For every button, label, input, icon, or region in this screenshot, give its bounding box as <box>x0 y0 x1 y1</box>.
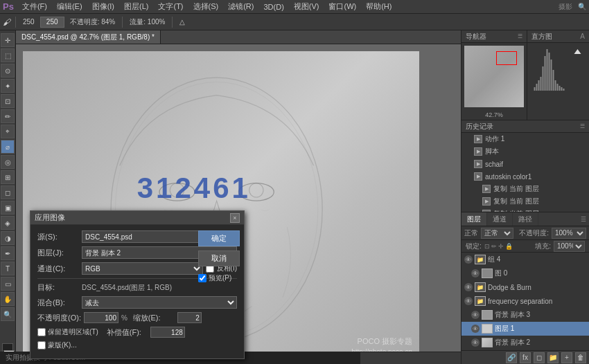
preserve-checkbox[interactable] <box>37 328 46 336</box>
layers-panel-menu[interactable]: ☰ <box>578 216 589 223</box>
lock-transparent-icon[interactable]: ⊡ <box>484 243 490 250</box>
menu-item-select[interactable]: 选择(S) <box>189 0 223 13</box>
opacity-input[interactable] <box>84 312 118 323</box>
lock-image-icon[interactable]: ✏ <box>491 243 497 250</box>
svg-rect-19 <box>561 87 563 91</box>
menu-item-view[interactable]: 视图(V) <box>290 0 324 13</box>
channel-select[interactable]: RGB <box>82 262 203 275</box>
lock-position-icon[interactable]: ✛ <box>498 243 504 250</box>
navigator-thumbnail[interactable] <box>464 46 524 107</box>
select-tool[interactable]: ⬚ <box>1 48 15 62</box>
menu-item-layer[interactable]: 图层(L) <box>120 0 152 13</box>
shape-tool[interactable]: ▭ <box>1 277 15 291</box>
mask-checkbox[interactable] <box>37 341 46 349</box>
layer-item[interactable]: 👁图 0 <box>461 266 589 280</box>
menu-item-filter[interactable]: 滤镜(R) <box>224 0 258 13</box>
layer-visibility-icon[interactable]: 👁 <box>464 255 473 264</box>
ok-button[interactable]: 确定 <box>198 230 240 246</box>
layer-name: 组 4 <box>488 255 586 264</box>
history-item[interactable]: ▶autoskin color1 <box>461 170 589 183</box>
magic-wand-tool[interactable]: ✦ <box>1 79 15 93</box>
navigator-panel: 导航器 ☰ 42.7% <box>461 30 527 120</box>
layer-visibility-icon[interactable]: 👁 <box>471 311 480 319</box>
text-tool[interactable]: T <box>1 262 15 275</box>
brush-tool[interactable]: ⌀ <box>1 140 15 154</box>
history-item[interactable]: ▶脚本 <box>461 145 589 158</box>
svg-rect-11 <box>545 56 546 91</box>
svg-rect-9 <box>540 77 542 91</box>
eraser-tool[interactable]: ◻ <box>1 185 15 199</box>
svg-rect-7 <box>536 84 538 91</box>
dialog-target-row: 目标: DSC_4554.psd(图层 1, RGB) <box>37 282 237 293</box>
new-layer-button[interactable]: + <box>561 352 572 363</box>
link-layers-button[interactable]: 🔗 <box>506 352 517 363</box>
history-brush-tool[interactable]: ⊞ <box>1 170 15 184</box>
pen-tool[interactable]: ✒ <box>1 246 15 260</box>
blend-mode-select[interactable]: 正常 <box>481 228 513 239</box>
history-item[interactable]: ▶复制 当前 图层 <box>461 183 589 195</box>
opacity-select[interactable]: 100% <box>552 228 586 239</box>
history-item[interactable]: ▶复制 当前 图层 <box>461 195 589 208</box>
tab-layers[interactable]: 图层 <box>461 212 487 226</box>
preview-checkbox[interactable] <box>198 274 206 282</box>
hand-tool[interactable]: ✋ <box>1 292 15 306</box>
blending-select[interactable]: 减去 <box>82 296 237 309</box>
history-item[interactable]: ▶schaif <box>461 158 589 170</box>
add-mask-button[interactable]: ◻ <box>534 352 545 363</box>
active-tab[interactable]: DSC_4554.psd @ 42.7% (图层 1, RGB/8) * <box>16 30 161 44</box>
fx-button[interactable]: fx <box>520 352 531 363</box>
layer-visibility-icon[interactable]: 👁 <box>471 325 480 333</box>
brush-size-input[interactable] <box>40 17 64 28</box>
offset-input[interactable] <box>150 327 185 338</box>
layer-item[interactable]: 👁📁组 4 <box>461 253 589 266</box>
dialog-close-button[interactable]: × <box>230 213 240 223</box>
histogram-title: 直方图 <box>531 32 552 42</box>
scale-input[interactable] <box>177 312 202 323</box>
layer-visibility-icon[interactable]: 👁 <box>464 297 473 305</box>
svg-rect-14 <box>551 60 552 91</box>
tab-paths[interactable]: 路径 <box>513 212 538 226</box>
layer-visibility-icon[interactable]: 👁 <box>471 338 480 347</box>
menu-item-edit[interactable]: 编辑(E) <box>53 0 87 13</box>
svg-rect-10 <box>543 66 544 91</box>
menu-item-window[interactable]: 窗口(W) <box>324 0 360 13</box>
delete-layer-button[interactable]: 🗑 <box>575 352 586 363</box>
cancel-button[interactable]: 取消 <box>198 251 240 266</box>
canvas-viewport[interactable]: 312461 POCO 摄影专题 http://photo.poco.cn 应用… <box>16 44 461 364</box>
menu-item-file[interactable]: 文件(F) <box>18 0 51 13</box>
canvas-area: DSC_4554.psd @ 42.7% (图层 1, RGB/8) * <box>16 30 461 364</box>
tab-channels[interactable]: 通道 <box>487 212 513 226</box>
history-item[interactable]: ▶动作 1 <box>461 133 589 145</box>
menu-item-help[interactable]: 帮助(H) <box>362 0 396 13</box>
menu-item-text[interactable]: 文字(T) <box>154 0 187 13</box>
navigator-header: 导航器 ☰ <box>461 30 527 43</box>
layer-item[interactable]: 👁📁frequency separation <box>461 294 589 308</box>
offset-row: 补偿值(F): <box>107 327 185 338</box>
spot-heal-tool[interactable]: ⌖ <box>1 125 15 138</box>
blur-tool[interactable]: ◈ <box>1 216 15 230</box>
layer-item[interactable]: 👁📁Dodge & Burn <box>461 280 589 294</box>
layer-item[interactable]: 👁背景 副本 2 <box>461 336 589 349</box>
layer-visibility-icon[interactable]: 👁 <box>464 283 473 291</box>
crop-tool[interactable]: ⊡ <box>1 94 15 108</box>
dodge-tool[interactable]: ◑ <box>1 231 15 245</box>
eyedropper-tool[interactable]: ✏ <box>1 109 15 123</box>
new-group-button[interactable]: 📁 <box>547 352 559 363</box>
history-menu-icon[interactable]: ☰ <box>580 123 585 129</box>
clone-tool[interactable]: ◎ <box>1 155 15 169</box>
lasso-tool[interactable]: ⊙ <box>1 64 15 78</box>
gradient-tool[interactable]: ▣ <box>1 201 15 215</box>
layer-item[interactable]: 👁背景 副本 3 <box>461 308 589 322</box>
menu-item-image[interactable]: 图像(I) <box>88 0 118 13</box>
tab-bar: DSC_4554.psd @ 42.7% (图层 1, RGB/8) * <box>16 30 461 44</box>
layer-thumbnail <box>482 269 493 278</box>
layer-item[interactable]: 👁图层 1 <box>461 322 589 336</box>
move-tool[interactable]: ✛ <box>1 33 15 47</box>
layer-visibility-icon[interactable]: 👁 <box>471 269 480 277</box>
zoom-tool[interactable]: 🔍 <box>1 307 15 321</box>
menu-item-3d[interactable]: 3D(D) <box>259 1 288 12</box>
fill-select[interactable]: 100% <box>554 241 585 252</box>
layer-name: 背景 副本 2 <box>495 338 586 347</box>
lock-all-icon[interactable]: 🔒 <box>505 243 513 250</box>
navigator-menu-icon[interactable]: ☰ <box>518 33 522 39</box>
